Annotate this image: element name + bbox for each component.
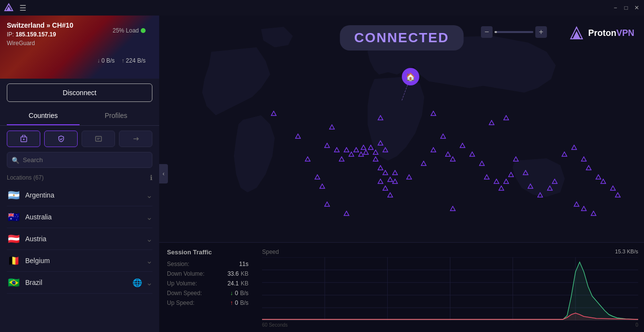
tab-profiles[interactable]: Profiles [80, 107, 152, 125]
svg-marker-43 [479, 161, 484, 166]
svg-marker-31 [378, 179, 383, 183]
locations-header: Locations (67) ℹ [0, 172, 159, 184]
svg-marker-55 [562, 152, 567, 156]
svg-marker-12 [320, 184, 325, 188]
svg-marker-14 [334, 148, 339, 152]
vpn-node-32 [450, 156, 456, 162]
info-icon[interactable]: ℹ [150, 174, 152, 182]
svg-marker-38 [441, 134, 446, 138]
svg-marker-10 [305, 157, 310, 161]
country-name-brazil: Brazil [25, 279, 132, 286]
svg-marker-42 [470, 152, 475, 156]
connection-header: 25% Load Switzerland » CH#10 IP: 185.159… [0, 16, 159, 79]
svg-marker-64 [581, 206, 586, 211]
maximize-button[interactable]: □ [623, 4, 629, 11]
vpn-node-57 [591, 211, 596, 216]
country-name-austria: Austria [25, 235, 146, 243]
protonvpn-logo-icon [569, 25, 584, 41]
home-icon: 🏠 [402, 68, 419, 85]
vpn-node-46 [552, 179, 558, 184]
vpn-node-49 [581, 156, 587, 162]
filter-secure-core[interactable] [7, 131, 40, 147]
country-item-austria[interactable]: 🇦🇹Austria⌄ [7, 228, 152, 250]
expand-icon-argentina[interactable]: ⌄ [146, 191, 152, 200]
vpn-node-7 [339, 156, 345, 162]
country-list: 🇦🇷Argentina⌄🇦🇺Australia⌄🇦🇹Austria⌄🇧🇪Belg… [0, 184, 159, 332]
filter-shield[interactable] [44, 131, 78, 147]
chart-time-labels: 60 Seconds 0 [262, 322, 638, 328]
right-panel: ‹ [159, 16, 644, 332]
vpn-node-59 [344, 211, 349, 216]
zoom-in-button[interactable]: + [535, 26, 547, 38]
vpn-node-18 [373, 156, 379, 162]
filter-p2p[interactable] [82, 131, 115, 147]
speed-chart-title: Speed [262, 249, 279, 255]
vpn-node-6 [334, 147, 340, 153]
expand-icon-belgium[interactable]: ⌄ [146, 256, 152, 266]
tab-countries[interactable]: Countries [7, 107, 80, 125]
country-actions-austria: ⌄ [146, 234, 152, 244]
home-pin: 🏠 [402, 68, 419, 85]
minimize-button[interactable]: − [612, 4, 619, 11]
svg-marker-25 [383, 148, 388, 152]
country-item-belgium[interactable]: 🇧🇪Belgium⌄ [7, 250, 152, 272]
svg-marker-13 [325, 143, 330, 148]
globe-icon-brazil[interactable]: 🌐 [132, 278, 142, 287]
country-name-argentina: Argentina [25, 191, 146, 199]
vpn-node-48 [571, 145, 577, 150]
svg-marker-32 [383, 186, 388, 190]
vpn-node-41 [513, 156, 519, 162]
down-speed: 0 B/s [101, 57, 115, 64]
disconnect-button[interactable]: Disconnect [7, 83, 152, 102]
svg-marker-73 [431, 111, 436, 116]
vpn-node-63 [329, 124, 335, 130]
vpn-node-34 [469, 151, 475, 157]
session-value: 11s [239, 261, 248, 267]
protocol-name: WireGuard [7, 40, 152, 47]
expand-icon-austria[interactable]: ⌄ [146, 234, 152, 244]
session-label: Session: [167, 261, 189, 267]
vpn-node-4 [319, 183, 325, 189]
connected-badge: CONNECTED [340, 25, 463, 50]
session-traffic-panel: Session Traffic Session: 11s Down Volume… [159, 243, 256, 332]
flag-brazil: 🇧🇷 [7, 277, 20, 288]
country-actions-argentina: ⌄ [146, 191, 152, 200]
country-actions-australia: ⌄ [146, 213, 152, 222]
chart-canvas [262, 257, 638, 320]
vpn-node-37 [494, 179, 499, 184]
country-item-argentina[interactable]: 🇦🇷Argentina⌄ [7, 184, 152, 206]
vpn-node-56 [581, 206, 587, 212]
svg-marker-70 [504, 116, 509, 120]
sidebar: 25% Load Switzerland » CH#10 IP: 185.159… [0, 16, 159, 332]
svg-marker-26 [373, 157, 378, 161]
expand-icon-brazil[interactable]: ⌄ [146, 278, 152, 287]
filter-tor[interactable] [119, 131, 152, 147]
vpn-node-30 [440, 133, 446, 139]
vpn-node-39 [503, 179, 509, 184]
vpn-node-50 [586, 165, 592, 171]
close-button[interactable]: ✕ [633, 4, 640, 11]
svg-marker-44 [484, 175, 489, 179]
svg-marker-9 [296, 134, 300, 138]
vpn-node-40 [508, 172, 514, 178]
collapse-button[interactable]: ‹ [159, 164, 168, 183]
hamburger-icon[interactable]: ☰ [17, 1, 28, 15]
protonvpn-text: ProtonVPN [588, 28, 634, 38]
bottom-stats: Session Traffic Session: 11s Down Volume… [159, 242, 644, 332]
map-area: CONNECTED 🏠 [159, 16, 644, 242]
down-speed-value: ↓ 0 B/s [230, 290, 248, 297]
ip-value: 185.159.157.19 [16, 31, 56, 38]
vpn-node-38 [498, 185, 504, 191]
search-row: 🔍 [0, 152, 159, 168]
locations-count: Locations (67) [7, 174, 44, 181]
expand-icon-australia[interactable]: ⌄ [146, 213, 152, 222]
speed-max-value: 15.3 KB/s [615, 249, 638, 255]
search-input[interactable] [7, 152, 152, 168]
zoom-bar-fill [495, 31, 497, 33]
svg-marker-24 [378, 141, 383, 145]
country-item-brazil[interactable]: 🇧🇷Brazil🌐⌄ [7, 272, 152, 294]
country-name-belgium: Belgium [25, 257, 146, 265]
country-item-australia[interactable]: 🇦🇺Australia⌄ [7, 206, 152, 228]
vpn-node-45 [547, 185, 553, 191]
zoom-out-button[interactable]: − [481, 26, 493, 38]
